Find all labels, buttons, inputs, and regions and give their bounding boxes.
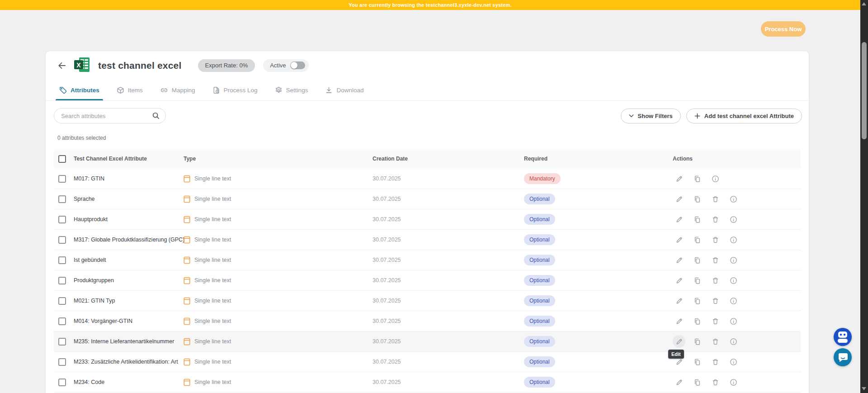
select-all-checkbox[interactable] xyxy=(58,155,66,163)
required-badge: Mandatory xyxy=(524,173,561,184)
edit-button[interactable] xyxy=(673,376,685,388)
process-now-button[interactable]: Process Now xyxy=(761,21,806,37)
tab-items[interactable]: Items xyxy=(116,80,144,100)
table-row[interactable]: M021: GTIN Typ Single line text 30.07.20… xyxy=(54,291,801,311)
tab-label: Process Log xyxy=(224,87,258,94)
info-button[interactable] xyxy=(727,376,740,388)
row-checkbox[interactable] xyxy=(58,277,66,284)
table-row[interactable]: M017: GTIN Single line text 30.07.2025 M… xyxy=(54,169,801,189)
row-checkbox[interactable] xyxy=(58,195,66,203)
duplicate-button[interactable] xyxy=(691,193,703,205)
info-button[interactable] xyxy=(727,274,740,287)
duplicate-button[interactable] xyxy=(691,213,703,226)
attribute-name: Ist gebündelt xyxy=(74,257,106,263)
duplicate-button[interactable] xyxy=(691,376,703,388)
table-row[interactable]: Sprache Single line text 30.07.2025 Opti… xyxy=(54,189,801,209)
assistant-robot-button[interactable] xyxy=(834,328,852,346)
export-rate-badge: Export Rate: 0% xyxy=(198,59,255,72)
delete-button[interactable] xyxy=(709,193,722,205)
info-button[interactable] xyxy=(727,355,740,368)
attribute-name: M317: Globale Produktklassifizierung (GP… xyxy=(74,237,184,243)
row-checkbox[interactable] xyxy=(58,317,66,325)
scrollbar-thumb[interactable] xyxy=(862,42,867,139)
table-row[interactable]: M014: Vorgänger-GTIN Single line text 30… xyxy=(54,311,801,331)
row-checkbox[interactable] xyxy=(58,175,66,183)
tab-process-log[interactable]: Process Log xyxy=(212,80,259,100)
table-row[interactable]: Produktgruppen Single line text 30.07.20… xyxy=(54,270,801,291)
trash-icon xyxy=(712,195,719,203)
tab-mapping[interactable]: Mapping xyxy=(159,80,196,100)
chat-button[interactable] xyxy=(834,348,852,366)
trash-icon xyxy=(712,297,719,305)
delete-button[interactable] xyxy=(709,294,722,307)
creation-date: 30.07.2025 xyxy=(373,175,401,182)
info-button[interactable] xyxy=(709,172,722,185)
tab-attributes[interactable]: Attributes xyxy=(58,80,100,100)
page-scrollbar[interactable] xyxy=(860,0,868,393)
type-label: Single line text xyxy=(194,216,231,223)
gear-icon xyxy=(275,86,283,94)
edit-button[interactable] xyxy=(673,254,685,266)
row-checkbox[interactable] xyxy=(58,256,66,264)
row-checkbox[interactable] xyxy=(58,358,66,366)
attribute-name: M021: GTIN Typ xyxy=(74,298,115,304)
table-row[interactable]: M233: Zusätzliche Artikelidentifikation:… xyxy=(54,352,801,372)
duplicate-button[interactable] xyxy=(691,274,703,287)
edit-button[interactable] xyxy=(673,315,685,327)
row-checkbox[interactable] xyxy=(58,297,66,305)
back-button[interactable] xyxy=(57,61,66,70)
pencil-icon xyxy=(675,317,683,325)
tab-download[interactable]: Download xyxy=(324,80,364,100)
edit-button[interactable] xyxy=(673,193,685,205)
row-checkbox[interactable] xyxy=(58,236,66,244)
info-button[interactable] xyxy=(727,315,740,327)
search-input[interactable] xyxy=(54,108,166,123)
creation-date: 30.07.2025 xyxy=(373,216,401,223)
creation-date: 30.07.2025 xyxy=(373,277,401,284)
delete-button[interactable] xyxy=(709,335,722,348)
delete-button[interactable] xyxy=(709,254,722,266)
info-button[interactable] xyxy=(727,193,740,205)
row-checkbox[interactable] xyxy=(58,216,66,223)
show-filters-button[interactable]: Show Filters xyxy=(621,109,681,123)
duplicate-button[interactable] xyxy=(691,233,703,246)
edit-button[interactable] xyxy=(673,172,685,185)
scroll-down-arrow[interactable] xyxy=(862,387,866,390)
table-row[interactable]: M235: Interne Lieferantenartikelnummer S… xyxy=(54,331,801,352)
scroll-up-arrow[interactable] xyxy=(862,2,866,5)
table-row[interactable]: Ist gebündelt Single line text 30.07.202… xyxy=(54,250,801,270)
edit-button[interactable] xyxy=(673,274,685,287)
duplicate-button[interactable] xyxy=(691,335,703,348)
delete-button[interactable] xyxy=(709,355,722,368)
search-icon[interactable] xyxy=(152,112,160,120)
delete-button[interactable] xyxy=(709,213,722,226)
info-button[interactable] xyxy=(727,233,740,246)
column-header-actions: Actions xyxy=(673,149,801,169)
row-checkbox[interactable] xyxy=(58,338,66,346)
duplicate-button[interactable] xyxy=(691,294,703,307)
duplicate-button[interactable] xyxy=(691,315,703,327)
info-button[interactable] xyxy=(727,335,740,348)
delete-button[interactable] xyxy=(709,315,722,327)
duplicate-button[interactable] xyxy=(691,254,703,266)
info-button[interactable] xyxy=(727,213,740,226)
row-checkbox[interactable] xyxy=(58,379,66,386)
tab-settings[interactable]: Settings xyxy=(274,80,309,100)
edit-button[interactable] xyxy=(673,213,685,226)
info-button[interactable] xyxy=(727,254,740,266)
info-button[interactable] xyxy=(727,294,740,307)
add-attribute-button[interactable]: Add test channel excel Attribute xyxy=(686,109,802,123)
delete-button[interactable] xyxy=(709,376,722,388)
edit-button[interactable] xyxy=(673,335,685,348)
duplicate-button[interactable] xyxy=(691,172,703,185)
duplicate-button[interactable] xyxy=(691,355,703,368)
edit-button[interactable] xyxy=(673,294,685,307)
table-row[interactable]: M234: Code Single line text 30.07.2025 O… xyxy=(54,372,801,393)
edit-button[interactable] xyxy=(673,233,685,246)
active-toggle[interactable] xyxy=(290,62,305,69)
table-row[interactable]: Hauptprodukt Single line text 30.07.2025… xyxy=(54,209,801,230)
delete-button[interactable] xyxy=(709,233,722,246)
delete-button[interactable] xyxy=(709,274,722,287)
pencil-icon xyxy=(675,236,683,244)
table-row[interactable]: M317: Globale Produktklassifizierung (GP… xyxy=(54,230,801,250)
